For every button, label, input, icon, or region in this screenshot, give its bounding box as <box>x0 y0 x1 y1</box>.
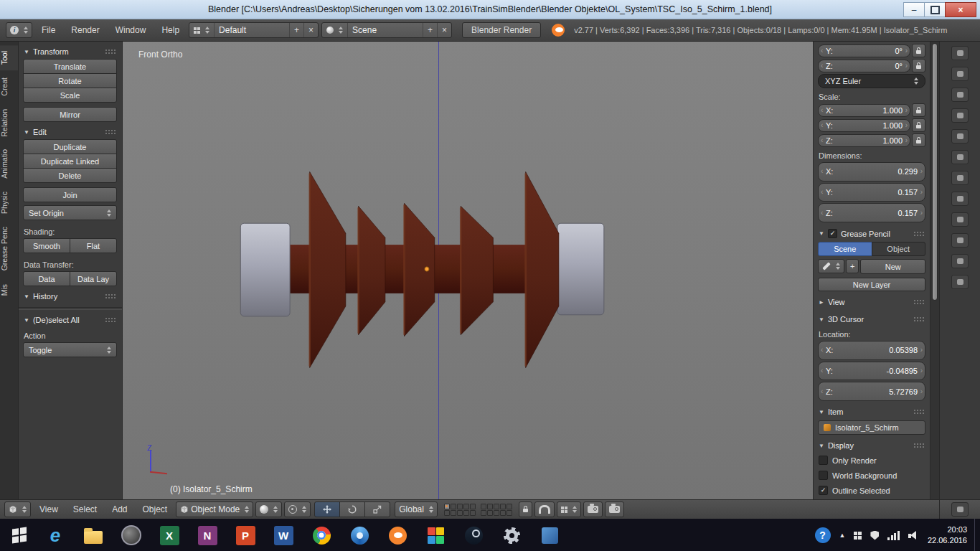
scene-lock-button[interactable] <box>519 501 532 517</box>
close-button[interactable]: × <box>945 2 976 17</box>
scene-name-field[interactable]: Scene <box>347 23 423 37</box>
properties-tab-world-icon[interactable] <box>951 108 969 123</box>
action-toggle-dropdown[interactable]: Toggle <box>23 342 117 357</box>
settings-app-button[interactable] <box>501 524 522 547</box>
onenote-button[interactable]: N <box>197 524 218 547</box>
insulator-shield[interactable] <box>404 203 434 336</box>
properties-tab-particles-icon[interactable] <box>951 254 969 268</box>
viewport-shading-dropdown[interactable] <box>255 501 282 517</box>
properties-tab-material-icon[interactable] <box>951 212 969 227</box>
only-render-option[interactable]: Only Render <box>818 453 925 467</box>
scale-z-field[interactable]: Z: 1.000 <box>818 134 910 147</box>
volume-icon[interactable] <box>908 531 919 540</box>
panel-header-view[interactable]: ► View <box>818 294 925 309</box>
lock-button[interactable] <box>912 133 925 147</box>
insulator-shield[interactable] <box>526 171 559 367</box>
properties-tab-data-icon[interactable] <box>951 192 969 206</box>
gp-tab-scene[interactable]: Scene <box>818 242 872 256</box>
screen-layout-browse-button[interactable] <box>189 23 214 37</box>
manipulator-scale-button[interactable] <box>364 501 390 517</box>
world-background-option[interactable]: World Background <box>818 468 925 482</box>
lock-button[interactable] <box>912 44 925 57</box>
cursor-z-field[interactable]: Z: 5.72769 <box>818 382 925 401</box>
delete-scene-button[interactable]: × <box>437 23 451 37</box>
properties-tab-render-layers-icon[interactable] <box>951 67 969 81</box>
insulator-shield[interactable] <box>310 171 346 367</box>
layer-toggle[interactable] <box>500 510 506 516</box>
editor-type-button-3d[interactable] <box>4 501 31 517</box>
internet-explorer-button[interactable]: e <box>44 524 66 547</box>
delete-screen-layout-button[interactable]: × <box>303 23 318 37</box>
opengl-render-button[interactable] <box>583 501 603 517</box>
shelf-tab-grease-pencil[interactable]: Grease Penc <box>0 221 18 276</box>
properties-tab-scene-icon[interactable] <box>951 88 969 102</box>
insulator-shield[interactable] <box>359 206 385 334</box>
viewport-menu-select[interactable]: Select <box>67 502 103 517</box>
data-transfer-data-button[interactable]: Data <box>23 271 70 286</box>
lock-button[interactable] <box>912 118 925 132</box>
render-engine-dropdown[interactable]: Blender Render <box>462 22 541 38</box>
dimension-x-field[interactable]: X: 0.299 <box>818 162 925 182</box>
screen-layout-name-field[interactable]: Default <box>214 23 289 37</box>
manipulator-rotate-button[interactable] <box>339 501 365 517</box>
properties-tab-modifiers-icon[interactable] <box>951 171 969 185</box>
layer-toggle[interactable] <box>487 510 493 516</box>
viewport-menu-add[interactable]: Add <box>105 502 133 517</box>
shade-flat-button[interactable]: Flat <box>70 238 117 253</box>
rotation-mode-dropdown[interactable]: XYZ Euler <box>818 74 925 88</box>
layer-toggle[interactable] <box>463 504 469 509</box>
new-layer-button[interactable]: New Layer <box>818 278 925 291</box>
insulator-shield[interactable] <box>461 206 493 334</box>
shelf-tab-misc[interactable]: Mis <box>0 278 18 301</box>
cursor-x-field[interactable]: X: 0.05398 <box>818 341 925 360</box>
layer-toggle[interactable] <box>494 504 499 509</box>
help-button[interactable]: ? <box>815 527 831 543</box>
layer-toggle[interactable] <box>457 510 463 516</box>
layer-toggle[interactable] <box>487 504 493 509</box>
minimize-button[interactable]: – <box>903 2 925 17</box>
properties-tab-constraints-icon[interactable] <box>951 150 969 164</box>
gp-tab-object[interactable]: Object <box>872 242 926 256</box>
manipulator-translate-button[interactable] <box>314 501 340 517</box>
lock-button[interactable] <box>912 103 925 117</box>
shade-smooth-button[interactable]: Smooth <box>23 238 70 253</box>
delete-button[interactable]: Delete <box>23 168 117 183</box>
pivot-point-dropdown[interactable] <box>284 501 311 517</box>
shelf-tab-tools[interactable]: Tool <box>0 45 18 70</box>
editor-type-button-info[interactable]: i <box>6 22 32 38</box>
outline-selected-option[interactable]: Outline Selected <box>818 484 925 497</box>
layer-toggle[interactable] <box>470 504 476 509</box>
panel-header-item[interactable]: ▼ Item <box>818 404 925 418</box>
mirror-button[interactable]: Mirror <box>23 107 117 122</box>
menu-help[interactable]: Help <box>155 23 186 37</box>
media-app-button[interactable] <box>349 524 370 547</box>
rotate-button[interactable]: Rotate <box>23 73 117 88</box>
layer-toggle[interactable] <box>507 510 512 516</box>
steam-button[interactable] <box>463 524 484 547</box>
snap-element-dropdown[interactable] <box>557 501 581 517</box>
mode-dropdown[interactable]: Object Mode <box>176 501 253 517</box>
layer-toggle[interactable] <box>494 510 499 516</box>
npanel-scrollbar[interactable] <box>930 42 939 499</box>
word-button[interactable]: W <box>273 524 294 547</box>
lock-button[interactable] <box>912 59 925 72</box>
file-explorer-button[interactable] <box>83 524 104 547</box>
blender-taskbar-button[interactable] <box>387 524 408 547</box>
network-icon[interactable] <box>887 531 900 540</box>
layer-toggle[interactable] <box>444 510 450 516</box>
scale-button[interactable]: Scale <box>23 88 117 103</box>
panel-header-3d-cursor[interactable]: ▼ 3D Cursor <box>818 311 925 326</box>
snap-toggle-button[interactable] <box>534 501 555 517</box>
tray-grid-icon[interactable] <box>854 532 862 540</box>
security-shield-icon[interactable] <box>870 531 879 540</box>
panel-header-display[interactable]: ▼ Display <box>818 438 925 452</box>
grease-pencil-checkbox[interactable] <box>828 229 837 238</box>
layer-toggle[interactable] <box>507 504 512 509</box>
menu-file[interactable]: File <box>35 23 62 37</box>
excel-button[interactable]: X <box>159 524 180 547</box>
layer-toggle[interactable] <box>500 504 506 509</box>
scale-y-field[interactable]: Y: 1.000 <box>818 119 910 132</box>
properties-tab-texture-icon[interactable] <box>951 233 969 248</box>
opengl-render-anim-button[interactable] <box>605 501 624 517</box>
layer-toggle[interactable] <box>481 504 486 509</box>
